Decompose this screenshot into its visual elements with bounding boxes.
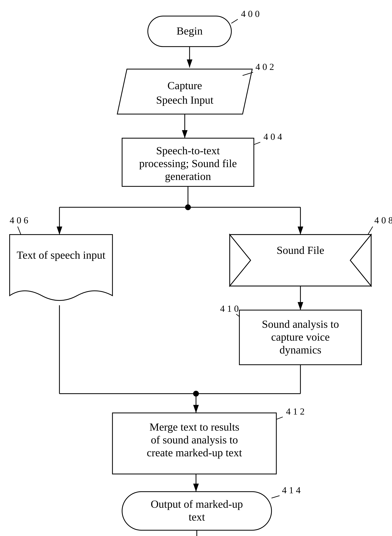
svg-line-9: [254, 142, 260, 144]
output-ref: 4 1 4: [282, 485, 301, 495]
svg-line-33: [271, 496, 280, 498]
svg-line-3: [231, 19, 238, 23]
begin-node: Begin 4 0 0: [148, 9, 260, 47]
merge-label-3: create marked-up text: [147, 447, 242, 459]
sound-analysis-node: Sound analysis to capture voice dynamics…: [220, 303, 361, 365]
processing-ref: 4 0 4: [263, 131, 282, 142]
flowchart-diagram: text { font-family: 'Times New Roman', T…: [0, 0, 392, 536]
sound-analysis-ref: 4 1 0: [220, 303, 239, 314]
sound-file-ref: 4 0 8: [374, 215, 392, 225]
svg-marker-5: [117, 69, 252, 114]
sound-analysis-label-2: capture voice: [271, 331, 330, 343]
merge-node: Merge text to results of sound analysis …: [112, 406, 305, 474]
merge-label-2: of sound analysis to: [151, 434, 238, 446]
processing-label-1: Speech-to-text: [156, 144, 220, 157]
text-speech-label: Text of speech input: [17, 249, 105, 261]
processing-label-2: processing; Sound file: [139, 157, 237, 169]
sound-file-node: Sound File 4 0 8: [230, 215, 392, 286]
merge-ref: 4 1 2: [286, 406, 305, 417]
svg-line-30: [276, 417, 283, 419]
processing-node: Speech-to-text processing; Sound file ge…: [122, 131, 282, 186]
output-label-2: text: [189, 511, 205, 523]
svg-line-19: [368, 227, 373, 235]
begin-ref: 4 0 0: [241, 9, 260, 19]
sound-analysis-label-3: dynamics: [280, 344, 322, 356]
svg-line-16: [18, 227, 21, 235]
text-speech-node: Text of speech input 4 0 6: [10, 215, 112, 300]
output-label-1: Output of marked-up: [151, 498, 243, 510]
capture-ref: 4 0 2: [256, 61, 274, 72]
svg-line-22: [236, 314, 239, 317]
capture-label-1: Capture: [167, 79, 202, 92]
capture-label-2: Speech Input: [156, 94, 214, 106]
merge-label-1: Merge text to results: [149, 421, 239, 433]
sound-file-label: Sound File: [277, 244, 324, 256]
output-node: Output of marked-up text 4 1 4: [122, 485, 301, 530]
processing-label-3: generation: [165, 170, 211, 182]
text-speech-ref: 4 0 6: [10, 215, 28, 225]
sound-analysis-label-1: Sound analysis to: [262, 318, 339, 330]
capture-node: Capture Speech Input 4 0 2: [117, 61, 274, 114]
begin-label: Begin: [177, 25, 203, 37]
